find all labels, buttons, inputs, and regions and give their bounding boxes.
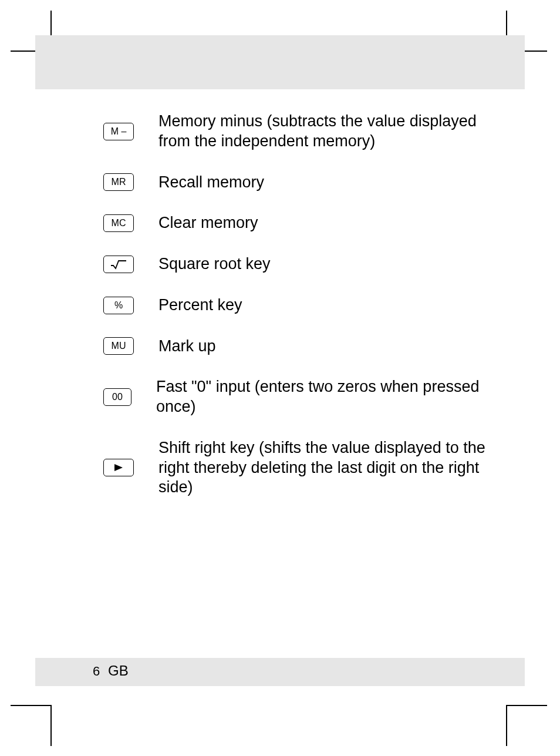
key-description: Memory minus (subtracts the value displa… [158,112,502,152]
key-row-percent: % Percent key [103,295,502,315]
percent-key-icon: % [103,297,134,314]
memory-clear-key-icon: MC [103,214,134,232]
key-description: Mark up [158,337,216,357]
crop-mark [506,705,547,706]
key-row-memory-clear: MC Clear memory [103,213,502,233]
double-zero-key-icon: 00 [103,388,131,406]
key-description-list: M – Memory minus (subtracts the value di… [103,112,502,519]
header-band [35,35,525,89]
key-row-square-root: Square root key [103,254,502,274]
key-description: Shift right key (shifts the value displa… [158,438,502,498]
key-description: Fast "0" input (enters two zeros when pr… [156,377,502,417]
key-row-memory-recall: MR Recall memory [103,173,502,193]
play-icon [113,463,124,472]
key-description: Square root key [158,254,271,274]
square-root-key-icon [103,256,134,273]
key-description: Recall memory [158,173,264,193]
key-description: Clear memory [158,213,258,233]
key-row-double-zero: 00 Fast "0" input (enters two zeros when… [103,377,502,417]
mark-up-key-icon: MU [103,337,134,355]
key-description: Percent key [158,295,242,315]
crop-mark [50,705,52,746]
shift-right-key-icon [103,459,134,476]
key-row-mark-up: MU Mark up [103,337,502,357]
key-row-memory-minus: M – Memory minus (subtracts the value di… [103,112,502,152]
memory-recall-key-icon: MR [103,173,134,191]
page-number: 6 [93,664,100,679]
language-code: GB [108,663,129,679]
key-row-shift-right: Shift right key (shifts the value displa… [103,438,502,498]
crop-mark [11,705,52,706]
sqrt-icon [110,259,127,270]
memory-minus-key-icon: M – [103,123,134,140]
crop-mark [506,705,507,746]
